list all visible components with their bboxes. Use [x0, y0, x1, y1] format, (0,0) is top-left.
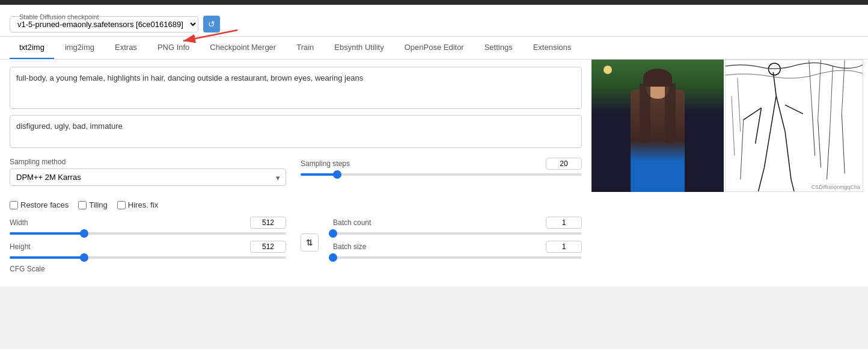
swap-icon: ⇅	[306, 238, 313, 247]
sampling-method-label: Sampling method	[10, 158, 286, 166]
svg-line-22	[732, 96, 735, 155]
svg-line-7	[744, 108, 762, 120]
images-panel: CSDiffusionmgqCha	[591, 60, 868, 286]
main-layout: full-body, a young female, highlights in…	[0, 60, 868, 286]
svg-line-4	[764, 132, 770, 167]
width-value[interactable]	[250, 217, 286, 229]
batch-panel: Batch count Batch size	[333, 217, 582, 265]
cfg-scale-label: CFG Scale	[10, 265, 45, 273]
negative-prompt[interactable]: disfigured, ugly, bad, immature	[10, 115, 582, 148]
positive-prompt[interactable]: full-body, a young female, highlights in…	[10, 67, 582, 109]
svg-line-6	[785, 132, 791, 179]
sampling-steps-track[interactable]	[301, 173, 582, 176]
sampling-steps-label: Sampling steps	[301, 159, 350, 168]
height-fill	[10, 256, 84, 259]
generated-photo	[591, 60, 724, 192]
svg-line-21	[738, 78, 741, 132]
svg-line-15	[830, 66, 833, 132]
sampling-steps-thumb[interactable]	[333, 170, 341, 179]
top-bar	[0, 0, 868, 5]
svg-line-17	[812, 108, 815, 155]
sampling-steps-fill	[301, 173, 337, 176]
svg-line-19	[827, 132, 830, 179]
tabs-bar: txt2img img2img Extras PNG Info Checkpoi…	[0, 37, 868, 60]
batch-count-thumb[interactable]	[329, 229, 337, 238]
svg-line-8	[756, 108, 762, 143]
width-fill	[10, 232, 84, 235]
width-track[interactable]	[10, 232, 286, 235]
tab-img2img[interactable]: img2img	[55, 37, 104, 59]
batch-count-label: Batch count	[333, 218, 371, 227]
width-group: Width	[10, 217, 286, 235]
height-label: Height	[10, 242, 31, 251]
batch-size-label: Batch size	[333, 242, 366, 251]
sketch-svg	[726, 60, 863, 191]
svg-line-9	[785, 105, 803, 114]
form-panel: full-body, a young female, highlights in…	[0, 60, 591, 286]
sampling-steps-value[interactable]	[546, 158, 582, 170]
svg-line-23	[741, 120, 744, 179]
svg-line-13	[809, 60, 812, 108]
restore-faces-label: Restore faces	[20, 200, 69, 209]
tiling-label: Tiling	[89, 200, 108, 209]
swap-dimensions-button[interactable]: ⇅	[301, 233, 319, 252]
svg-line-5	[776, 96, 785, 131]
batch-size-value[interactable]	[546, 241, 582, 253]
tab-ebsynth[interactable]: Ebsynth Utility	[325, 37, 393, 59]
svg-line-14	[818, 60, 821, 120]
batch-count-value[interactable]	[546, 217, 582, 229]
height-group: Height	[10, 241, 286, 259]
tab-checkpoint-merger[interactable]: Checkpoint Merger	[200, 37, 286, 59]
width-thumb[interactable]	[80, 229, 88, 238]
refresh-button[interactable]: ↺	[203, 16, 220, 32]
refresh-icon: ↺	[208, 19, 215, 29]
batch-size-track[interactable]	[333, 256, 582, 259]
batch-count-group: Batch count	[333, 217, 582, 235]
svg-point-10	[768, 63, 780, 75]
svg-line-3	[770, 96, 776, 131]
batch-size-group: Batch size	[333, 241, 582, 259]
height-track[interactable]	[10, 256, 286, 259]
height-thumb[interactable]	[80, 253, 88, 262]
svg-line-11	[759, 167, 765, 191]
batch-size-thumb[interactable]	[329, 253, 337, 262]
svg-line-12	[791, 179, 794, 191]
generated-sketch: CSDiffusionmgqCha	[725, 60, 863, 192]
tab-settings[interactable]: Settings	[475, 37, 522, 59]
width-label: Width	[10, 218, 28, 227]
sketch-caption: CSDiffusionmgqCha	[811, 184, 860, 190]
tab-txt2img[interactable]: txt2img	[10, 37, 54, 59]
svg-line-20	[842, 114, 845, 173]
restore-faces-checkbox[interactable]: Restore faces	[10, 200, 69, 209]
svg-line-18	[818, 120, 821, 167]
tab-extras[interactable]: Extras	[105, 37, 147, 59]
checkboxes-row: Restore faces Tiling Hires. fix	[10, 200, 582, 209]
tiling-checkbox[interactable]: Tiling	[78, 200, 108, 209]
checkpoint-area: Stable Diffusion checkpoint v1-5-pruned-…	[0, 5, 868, 37]
tab-pnginfo[interactable]: PNG Info	[148, 37, 199, 59]
sampling-method-select[interactable]: DPM++ 2M Karras	[10, 168, 286, 186]
tab-openpose[interactable]: OpenPose Editor	[395, 37, 474, 59]
tab-extensions[interactable]: Extensions	[524, 37, 581, 59]
hires-fix-checkbox[interactable]: Hires. fix	[117, 200, 159, 209]
tab-train[interactable]: Train	[287, 37, 323, 59]
cfg-scale-group: CFG Scale	[10, 265, 286, 273]
batch-count-track[interactable]	[333, 232, 582, 235]
svg-line-2	[773, 72, 776, 96]
height-value[interactable]	[250, 241, 286, 253]
hires-fix-label: Hires. fix	[128, 200, 159, 209]
checkpoint-label: Stable Diffusion checkpoint	[19, 13, 99, 20]
